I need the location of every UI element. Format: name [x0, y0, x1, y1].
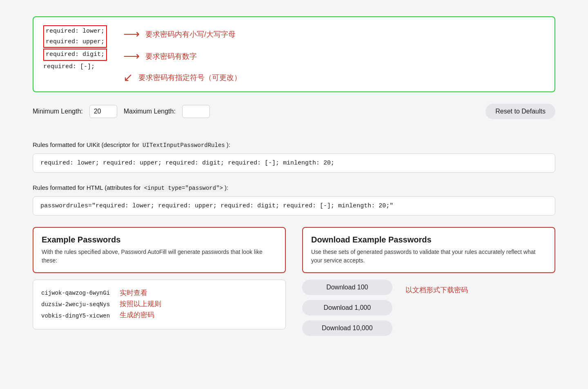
html-title: Rules formatted for HTML (attributes for…	[33, 184, 555, 191]
max-length-input[interactable]	[182, 105, 210, 118]
min-length-input[interactable]	[89, 105, 117, 118]
arrow-right-icon-2: ⟶	[123, 51, 140, 62]
uikit-title-code: UITextInputPasswordRules	[141, 142, 227, 149]
download-passwords-desc: Use these sets of generated passwords to…	[311, 248, 546, 265]
download-1000-button[interactable]: Download 1,000	[302, 300, 392, 316]
annotation-symbol: ↙ 要求密码有指定符号（可更改）	[123, 72, 241, 83]
rule-digit: required: digit;	[43, 49, 107, 61]
password-2: duzsiw-2wecju-seqNys	[41, 299, 110, 310]
download-buttons: Download 100 Download 1,000 Download 10,…	[302, 280, 392, 336]
download-10000-button[interactable]: Download 10,000	[302, 320, 392, 336]
html-title-prefix: Rules formatted for HTML (attributes for	[33, 184, 143, 191]
rule-lower: required: lower;required: upper;	[43, 25, 107, 48]
html-title-code: <input type="password">	[143, 184, 225, 192]
password-1: cijwok-qawzog-6wynGi	[41, 287, 110, 299]
html-output[interactable]: passwordrules="required: lower; required…	[33, 196, 555, 216]
password-3: vobkis-dingY5-xicwen	[41, 310, 110, 322]
example-passwords-title: Example Passwords	[42, 235, 277, 245]
annotation-digit: ⟶ 要求密码有数字	[123, 51, 241, 62]
min-length-label: Minimum Length:	[33, 108, 83, 115]
bottom-row: Example Passwords With the rules specifi…	[33, 227, 555, 336]
uikit-title-suffix: ):	[227, 141, 230, 148]
annotation-lower-upper: ⟶ 要求密码内有小写/大写字母	[123, 29, 241, 40]
passwords-annotation: 实时查看按照以上规则生成的密码	[120, 287, 161, 321]
annotation-digit-label: 要求密码有数字	[145, 51, 197, 61]
download-body: Download 100 Download 1,000 Download 10,…	[302, 280, 555, 336]
passwords-annotation-label: 实时查看按照以上规则生成的密码	[120, 287, 161, 321]
download-passwords-title: Download Example Passwords	[311, 235, 546, 245]
annotation-box: required: lower;required: upper; require…	[33, 16, 555, 92]
download-annotation-label: 以文档形式下载密码	[405, 285, 468, 295]
rules-text: required: lower;required: upper; require…	[43, 25, 107, 83]
download-100-button[interactable]: Download 100	[302, 280, 392, 295]
length-row: Minimum Length: Maximum Length: Reset to…	[33, 104, 555, 119]
rule-symbol: required: [-];	[43, 63, 95, 70]
annotation-lower-upper-label: 要求密码内有小写/大写字母	[145, 29, 236, 39]
download-passwords-panel: Download Example Passwords Use these set…	[302, 227, 555, 336]
uikit-title: Rules formatted for UIKit (descriptor fo…	[33, 141, 555, 149]
html-title-suffix: ):	[225, 184, 228, 191]
uikit-title-prefix: Rules formatted for UIKit (descriptor fo…	[33, 141, 141, 148]
uikit-output[interactable]: required: lower; required: upper; requir…	[33, 153, 555, 173]
example-passwords-panel: Example Passwords With the rules specifi…	[33, 227, 286, 336]
max-length-label: Maximum Length:	[124, 108, 176, 115]
annotations-column: ⟶ 要求密码内有小写/大写字母 ⟶ 要求密码有数字 ↙ 要求密码有指定符号（可更…	[123, 25, 241, 83]
example-passwords-header: Example Passwords With the rules specifi…	[33, 227, 286, 273]
download-passwords-header: Download Example Passwords Use these set…	[302, 227, 555, 273]
html-section: Rules formatted for HTML (attributes for…	[33, 184, 555, 216]
annotation-symbol-label: 要求密码有指定符号（可更改）	[138, 73, 241, 82]
arrow-right-icon: ⟶	[123, 29, 140, 40]
example-passwords-body: cijwok-qawzog-6wynGi duzsiw-2wecju-seqNy…	[33, 280, 286, 329]
example-passwords-desc: With the rules specified above, Password…	[42, 248, 277, 265]
arrow-down-left-icon: ↙	[123, 72, 133, 83]
reset-defaults-button[interactable]: Reset to Defaults	[486, 104, 555, 119]
passwords-list: cijwok-qawzog-6wynGi duzsiw-2wecju-seqNy…	[41, 287, 110, 322]
uikit-section: Rules formatted for UIKit (descriptor fo…	[33, 141, 555, 173]
